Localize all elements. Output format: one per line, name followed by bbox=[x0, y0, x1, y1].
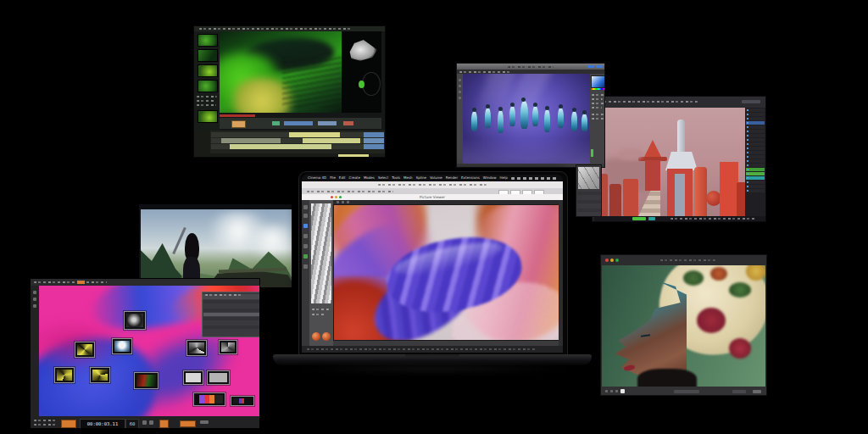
menu-item[interactable]: Spline bbox=[416, 175, 426, 181]
outliner-row[interactable] bbox=[746, 155, 765, 159]
tool-icon[interactable] bbox=[303, 205, 308, 209]
photoshop-panels[interactable] bbox=[590, 74, 605, 164]
parameter-row[interactable] bbox=[203, 326, 259, 329]
parameter-row[interactable] bbox=[203, 304, 259, 308]
outliner-row[interactable] bbox=[746, 151, 765, 154]
clip-label[interactable] bbox=[364, 138, 384, 143]
outliner-row[interactable] bbox=[746, 125, 765, 129]
blue-control[interactable] bbox=[284, 121, 313, 125]
node-strip[interactable] bbox=[231, 396, 254, 406]
timeline[interactable] bbox=[196, 131, 385, 153]
photoshop-toolbar[interactable] bbox=[457, 74, 463, 164]
teal-toggle[interactable] bbox=[272, 121, 280, 125]
outliner-row[interactable] bbox=[746, 142, 765, 146]
tool-icon[interactable] bbox=[303, 264, 308, 269]
material-sphere[interactable] bbox=[312, 332, 320, 341]
menu-item[interactable]: Extensions bbox=[461, 175, 480, 181]
outliner-row-selected[interactable] bbox=[746, 121, 765, 125]
outliner-row[interactable] bbox=[746, 189, 765, 192]
node-operator[interactable] bbox=[75, 342, 95, 358]
outliner-row[interactable] bbox=[746, 181, 765, 184]
outliner-row-teal[interactable] bbox=[746, 176, 765, 180]
active-tool-icon[interactable] bbox=[620, 389, 625, 393]
outliner-row[interactable] bbox=[746, 134, 765, 137]
menu-item[interactable]: Mesh bbox=[403, 175, 413, 181]
node-operator[interactable] bbox=[207, 370, 230, 385]
menu-item[interactable]: Select bbox=[378, 175, 388, 181]
parameter-row[interactable] bbox=[203, 317, 259, 320]
timeline-transport-bar[interactable]: 00:00:03.11 60 bbox=[31, 416, 260, 429]
foreground-color-chip[interactable] bbox=[591, 149, 593, 157]
timeline-clip[interactable] bbox=[303, 138, 360, 143]
tool-icon[interactable] bbox=[459, 79, 461, 81]
color-picker[interactable] bbox=[591, 75, 605, 88]
option-chip[interactable] bbox=[200, 420, 209, 424]
picture-viewer-titlebar[interactable]: Picture Viewer bbox=[302, 194, 563, 200]
tool-icon[interactable] bbox=[459, 91, 461, 93]
outliner-row-green[interactable] bbox=[746, 168, 765, 171]
outliner-row[interactable] bbox=[746, 185, 765, 188]
app-toolbar[interactable] bbox=[302, 181, 563, 188]
outliner-row[interactable] bbox=[746, 113, 765, 116]
workspace-button[interactable] bbox=[587, 65, 594, 68]
timeline-bar[interactable] bbox=[594, 216, 765, 221]
red-control[interactable] bbox=[343, 121, 353, 125]
parameter-panel-header[interactable] bbox=[203, 294, 260, 299]
clip-label[interactable] bbox=[364, 144, 384, 149]
parameter-row[interactable] bbox=[203, 330, 259, 333]
step-button[interactable] bbox=[149, 420, 153, 425]
layout-tab-row[interactable] bbox=[302, 188, 563, 194]
record-button[interactable] bbox=[231, 120, 246, 128]
close-button[interactable] bbox=[331, 196, 333, 198]
tool-strip[interactable] bbox=[31, 286, 39, 416]
node-operator[interactable] bbox=[134, 372, 159, 389]
viewer-icon[interactable] bbox=[342, 201, 344, 203]
parameter-row[interactable] bbox=[203, 300, 259, 303]
clip-label[interactable] bbox=[364, 132, 384, 137]
menu-item[interactable]: Tools bbox=[392, 175, 400, 181]
header-segment-control[interactable] bbox=[742, 100, 760, 103]
node-palette[interactable] bbox=[193, 392, 225, 406]
viewer-icon[interactable] bbox=[347, 201, 349, 203]
node-operator[interactable] bbox=[90, 367, 110, 383]
outliner-row[interactable] bbox=[746, 108, 765, 112]
toolbar-icon[interactable] bbox=[605, 390, 608, 392]
timeline-clip[interactable] bbox=[289, 132, 340, 137]
outliner-row[interactable] bbox=[746, 159, 765, 163]
teal-chip[interactable] bbox=[648, 217, 655, 220]
parameter-panel[interactable] bbox=[202, 292, 260, 337]
photo-editor-titlebar[interactable] bbox=[601, 255, 766, 265]
clip-thumbnail[interactable] bbox=[198, 80, 218, 92]
range-chip[interactable] bbox=[180, 420, 196, 427]
photoshop-titlebar[interactable] bbox=[457, 64, 604, 70]
tool-icon-active[interactable] bbox=[303, 224, 308, 228]
tool-icon[interactable] bbox=[33, 298, 36, 301]
outliner-row[interactable] bbox=[746, 117, 765, 120]
parameter-row-active[interactable] bbox=[203, 313, 259, 316]
outliner-row[interactable] bbox=[746, 138, 765, 142]
menu-item[interactable]: Volume bbox=[430, 175, 442, 181]
clip-thumbnail[interactable] bbox=[198, 110, 218, 123]
tool-icon[interactable] bbox=[303, 244, 308, 248]
outliner-panel[interactable] bbox=[745, 108, 765, 216]
node-operator[interactable] bbox=[186, 340, 207, 356]
zoom-button[interactable] bbox=[615, 259, 619, 262]
outliner-row[interactable] bbox=[746, 147, 765, 150]
timeline-clip[interactable] bbox=[221, 138, 281, 143]
tool-icon[interactable] bbox=[459, 85, 461, 87]
toolbar-icon[interactable] bbox=[753, 390, 761, 393]
parameter-rows[interactable] bbox=[203, 300, 260, 333]
play-button[interactable] bbox=[61, 420, 76, 428]
menu-item[interactable]: Edit bbox=[339, 175, 346, 181]
hue-strip[interactable] bbox=[591, 88, 604, 90]
clip-thumbnail[interactable] bbox=[198, 49, 218, 62]
zoom-pill[interactable] bbox=[674, 390, 699, 393]
active-menu-chip[interactable] bbox=[77, 281, 85, 284]
green-playhead-chip[interactable] bbox=[632, 217, 646, 220]
node-operator[interactable] bbox=[54, 367, 75, 383]
menu-item[interactable]: Help bbox=[500, 175, 508, 181]
material-sphere[interactable] bbox=[322, 332, 331, 341]
minimize-button[interactable] bbox=[335, 196, 337, 198]
workspace-button[interactable] bbox=[596, 65, 603, 68]
step-button[interactable] bbox=[142, 420, 147, 425]
